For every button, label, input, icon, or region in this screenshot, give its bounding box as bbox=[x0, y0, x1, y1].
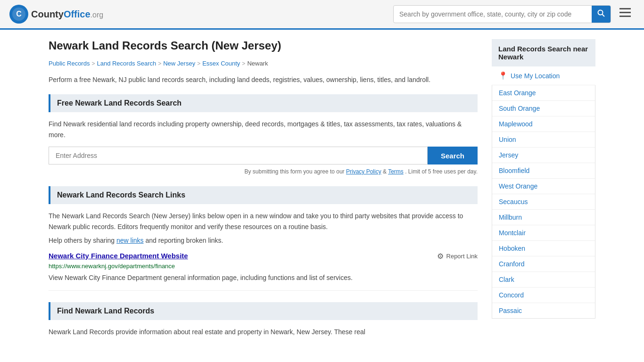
list-item: West Orange bbox=[492, 179, 595, 194]
address-input[interactable] bbox=[49, 147, 428, 165]
breadcrumb-new-jersey[interactable]: New Jersey bbox=[163, 60, 195, 67]
form-disclaimer: By submitting this form you agree to our… bbox=[49, 168, 478, 175]
find-description: Newark Land Records provide information … bbox=[49, 327, 478, 337]
list-item: Jersey bbox=[492, 148, 595, 163]
breadcrumb-sep-2: > bbox=[158, 60, 161, 67]
main-content: Newark Land Records Search (New Jersey) … bbox=[49, 39, 478, 347]
list-item: East Orange bbox=[492, 85, 595, 101]
free-search-section: Free Newark Land Records Search Find New… bbox=[49, 94, 478, 175]
page-container: Newark Land Records Search (New Jersey) … bbox=[39, 30, 605, 356]
sidebar-item-cranford[interactable]: Cranford bbox=[492, 256, 595, 272]
sidebar-item-maplewood[interactable]: Maplewood bbox=[492, 116, 595, 132]
disclaimer-text: By submitting this form you agree to our bbox=[245, 168, 345, 175]
logo-org: .org bbox=[91, 11, 104, 19]
logo-office: Office bbox=[64, 9, 91, 19]
new-links-link[interactable]: new links bbox=[116, 237, 144, 244]
sidebar-item-secaucus[interactable]: Secaucus bbox=[492, 194, 595, 209]
find-section-header: Find Newark Land Records bbox=[49, 302, 478, 320]
free-search-description: Find Newark residential land records inc… bbox=[49, 119, 478, 140]
sidebar-item-montclair[interactable]: Montclair bbox=[492, 225, 595, 240]
list-item: Clark bbox=[492, 272, 595, 288]
breadcrumb-essex-county[interactable]: Essex County bbox=[202, 60, 240, 67]
report-icon: ⚙ bbox=[437, 252, 444, 261]
sidebar-item-clark[interactable]: Clark bbox=[492, 272, 595, 287]
links-description: The Newark Land Records Search (New Jers… bbox=[49, 211, 478, 232]
logo-svg: C bbox=[10, 5, 28, 23]
sidebar-header: Land Records Search near Newark bbox=[492, 39, 595, 66]
resource-header: Newark City Finance Department Website ⚙… bbox=[49, 252, 478, 261]
use-location-label: Use My Location bbox=[511, 72, 560, 80]
report-link-label: Report Link bbox=[446, 253, 478, 260]
disclaimer-and: & bbox=[383, 168, 388, 175]
resource-card: Newark City Finance Department Website ⚙… bbox=[49, 252, 478, 291]
breadcrumb-sep-3: > bbox=[197, 60, 200, 67]
sidebar-item-jersey[interactable]: Jersey bbox=[492, 148, 595, 163]
sidebar-item-west-orange[interactable]: West Orange bbox=[492, 179, 595, 194]
sidebar-item-union[interactable]: Union bbox=[492, 132, 595, 147]
svg-line-4 bbox=[603, 15, 605, 17]
svg-rect-5 bbox=[619, 8, 631, 9]
terms-link[interactable]: Terms bbox=[388, 168, 404, 175]
list-item: Hoboken bbox=[492, 241, 595, 256]
links-section: Newark Land Records Search Links The New… bbox=[49, 186, 478, 291]
site-header: C CountyOffice.org bbox=[0, 0, 644, 30]
breadcrumb: Public Records > Land Records Search > N… bbox=[49, 60, 478, 67]
use-my-location-link[interactable]: 📍 Use My Location bbox=[492, 66, 595, 85]
address-search-form: Search bbox=[49, 147, 478, 165]
sidebar-item-concord[interactable]: Concord bbox=[492, 288, 595, 303]
list-item: Montclair bbox=[492, 225, 595, 241]
disclaimer-limit: . Limit of 5 free uses per day. bbox=[405, 168, 478, 175]
list-item: Secaucus bbox=[492, 194, 595, 210]
list-item: Passaic bbox=[492, 303, 595, 318]
breadcrumb-newark: Newark bbox=[247, 60, 268, 67]
free-search-header: Free Newark Land Records Search bbox=[49, 94, 478, 112]
sidebar-item-bloomfield[interactable]: Bloomfield bbox=[492, 163, 595, 178]
report-link-button[interactable]: ⚙ Report Link bbox=[437, 252, 478, 261]
svg-point-3 bbox=[598, 10, 603, 15]
privacy-policy-link[interactable]: Privacy Policy bbox=[346, 168, 381, 175]
location-pin-icon: 📍 bbox=[498, 71, 508, 80]
resource-title[interactable]: Newark City Finance Department Website bbox=[49, 252, 188, 260]
header-right bbox=[393, 5, 635, 23]
list-item: Bloomfield bbox=[492, 163, 595, 179]
breadcrumb-sep-1: > bbox=[91, 60, 95, 67]
new-links-text: Help others by sharing new links and rep… bbox=[49, 237, 478, 244]
list-item: South Orange bbox=[492, 101, 595, 116]
list-item: Concord bbox=[492, 288, 595, 303]
links-section-header: Newark Land Records Search Links bbox=[49, 186, 478, 204]
sidebar-item-passaic[interactable]: Passaic bbox=[492, 303, 595, 318]
logo-area: C CountyOffice.org bbox=[9, 5, 103, 24]
resource-description: View Newark City Finance Department gene… bbox=[49, 272, 478, 283]
search-icon bbox=[597, 9, 605, 17]
sidebar-nearby-list: East Orange South Orange Maplewood Union… bbox=[492, 85, 595, 319]
address-search-button[interactable]: Search bbox=[428, 147, 478, 165]
page-title: Newark Land Records Search (New Jersey) bbox=[49, 39, 478, 52]
sidebar: Land Records Search near Newark 📍 Use My… bbox=[492, 39, 595, 347]
breadcrumb-sep-4: > bbox=[242, 60, 245, 67]
sharing-text: Help others by sharing bbox=[49, 237, 115, 244]
list-item: Millburn bbox=[492, 210, 595, 225]
header-search-input[interactable] bbox=[394, 7, 592, 22]
header-search-button[interactable] bbox=[592, 6, 611, 23]
sidebar-item-east-orange[interactable]: East Orange bbox=[492, 85, 595, 100]
breadcrumb-land-records[interactable]: Land Records Search bbox=[97, 60, 156, 67]
logo-text: CountyOffice.org bbox=[31, 9, 103, 20]
svg-rect-6 bbox=[619, 12, 631, 13]
find-section: Find Newark Land Records Newark Land Rec… bbox=[49, 302, 478, 337]
and-reporting-text: and reporting broken links. bbox=[145, 237, 223, 244]
header-search-container bbox=[393, 5, 611, 23]
page-description: Perform a free Newark, NJ public land re… bbox=[49, 74, 478, 85]
list-item: Cranford bbox=[492, 256, 595, 272]
logo-icon: C bbox=[9, 5, 28, 24]
list-item: Union bbox=[492, 132, 595, 148]
resource-url: https://www.newarknj.gov/departments/fin… bbox=[49, 263, 478, 270]
list-item: Maplewood bbox=[492, 116, 595, 132]
svg-text:C: C bbox=[16, 10, 22, 18]
hamburger-icon bbox=[619, 8, 631, 17]
svg-rect-7 bbox=[619, 16, 631, 17]
hamburger-button[interactable] bbox=[616, 6, 635, 22]
sidebar-item-millburn[interactable]: Millburn bbox=[492, 210, 595, 225]
sidebar-item-south-orange[interactable]: South Orange bbox=[492, 101, 595, 116]
breadcrumb-public-records[interactable]: Public Records bbox=[49, 60, 90, 67]
sidebar-item-hoboken[interactable]: Hoboken bbox=[492, 241, 595, 256]
